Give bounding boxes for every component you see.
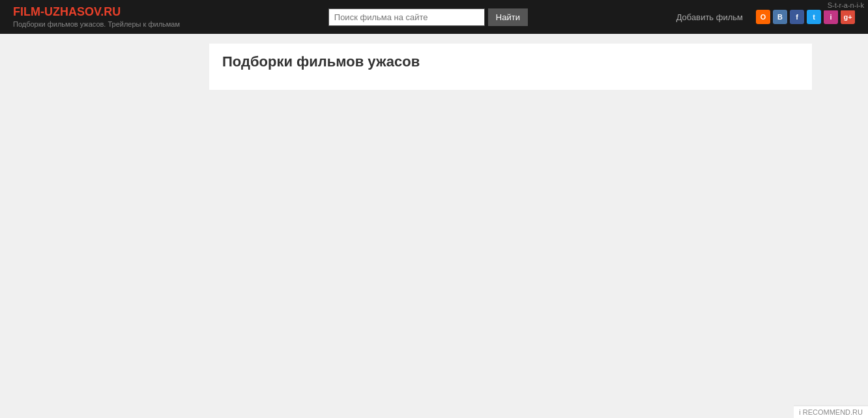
- search-input[interactable]: [328, 8, 485, 26]
- sidebar: [56, 44, 199, 90]
- page-title: Подборки фильмов ужасов: [222, 53, 799, 70]
- content-area: Подборки фильмов ужасов: [209, 44, 812, 90]
- logo-title[interactable]: FILM-UZHASOV.RU: [13, 5, 180, 19]
- facebook-icon[interactable]: f: [790, 10, 804, 24]
- googleplus-icon[interactable]: g+: [841, 10, 855, 24]
- instagram-icon[interactable]: i: [824, 10, 838, 24]
- header: FILM-UZHASOV.RU Подборки фильмов ужасов.…: [0, 0, 868, 34]
- main-wrapper: Подборки фильмов ужасов: [50, 34, 818, 100]
- vk-icon[interactable]: В: [773, 10, 787, 24]
- social-icons: ОВftig+: [756, 10, 855, 24]
- user-tag: S-t-r-a-n-i-k: [824, 0, 868, 10]
- odnoklassniki-icon[interactable]: О: [756, 10, 770, 24]
- add-film-link[interactable]: Добавить фильм: [676, 12, 743, 22]
- twitter-icon[interactable]: t: [807, 10, 821, 24]
- search-button[interactable]: Найти: [488, 8, 528, 26]
- search-area: Найти: [193, 8, 663, 26]
- logo-area: FILM-UZHASOV.RU Подборки фильмов ужасов.…: [13, 5, 180, 29]
- logo-subtitle: Подборки фильмов ужасов. Трейлеры к филь…: [13, 20, 180, 28]
